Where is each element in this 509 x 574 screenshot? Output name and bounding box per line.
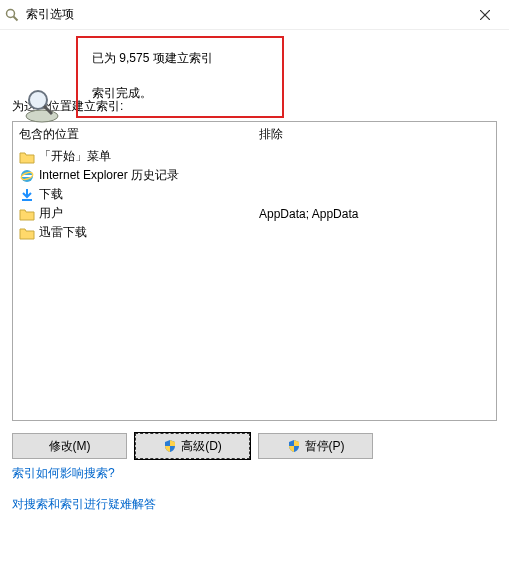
advanced-label: 高级(D) [181, 438, 222, 455]
list-item-exclude [253, 194, 496, 196]
folder-icon [19, 149, 35, 165]
list-item[interactable]: Internet Explorer 历史记录 [13, 166, 496, 185]
help-links: 索引如何影响搜索? 对搜索和索引进行疑难解答 [12, 465, 497, 527]
list-item[interactable]: 用户AppData; AppData [13, 204, 496, 223]
list-item-exclude: AppData; AppData [253, 206, 496, 222]
titlebar: 索引选项 [0, 0, 509, 30]
pause-button[interactable]: 暂停(P) [258, 433, 373, 459]
indexed-count-text: 已为 9,575 项建立索引 [92, 50, 268, 67]
link-troubleshoot-search[interactable]: 对搜索和索引进行疑难解答 [12, 496, 156, 513]
locations-list: 包含的位置 排除 「开始」菜单Internet Explorer 历史记录下载用… [12, 121, 497, 421]
status-area: 已为 9,575 项建立索引 索引完成。 [0, 30, 509, 54]
list-item-label: Internet Explorer 历史记录 [39, 167, 179, 184]
search-icon [4, 7, 20, 23]
list-item-label: 迅雷下载 [39, 224, 87, 241]
modify-label: 修改(M) [49, 438, 91, 455]
svg-point-0 [7, 9, 15, 17]
button-row: 修改(M) 高级(D) 暂停(P) [12, 433, 497, 459]
list-item-label: 下载 [39, 186, 63, 203]
download-icon [19, 187, 35, 203]
svg-line-1 [14, 16, 18, 20]
list-item-label: 「开始」菜单 [39, 148, 111, 165]
list-item[interactable]: 下载 [13, 185, 496, 204]
svg-point-4 [26, 110, 58, 122]
column-exclude: 排除 [253, 122, 496, 147]
advanced-button[interactable]: 高级(D) [135, 433, 250, 459]
ie-icon [19, 168, 35, 184]
list-item-label: 用户 [39, 205, 63, 222]
column-include: 包含的位置 [13, 122, 253, 147]
shield-icon [287, 439, 301, 453]
pause-label: 暂停(P) [305, 438, 345, 455]
list-item-exclude [253, 156, 496, 158]
svg-rect-9 [22, 199, 32, 201]
list-item[interactable]: 迅雷下载 [13, 223, 496, 242]
list-header: 包含的位置 排除 [13, 122, 496, 147]
magnifier-drive-icon [22, 84, 62, 124]
status-highlight-box: 已为 9,575 项建立索引 索引完成。 [76, 36, 284, 118]
index-complete-text: 索引完成。 [92, 85, 268, 102]
shield-icon [163, 439, 177, 453]
folder-icon [19, 225, 35, 241]
close-button[interactable] [465, 1, 505, 29]
folder-icon [19, 206, 35, 222]
window-title: 索引选项 [26, 6, 465, 23]
list-item[interactable]: 「开始」菜单 [13, 147, 496, 166]
link-how-index-affects-search[interactable]: 索引如何影响搜索? [12, 465, 115, 482]
list-item-exclude [253, 232, 496, 234]
list-item-exclude [253, 175, 496, 177]
modify-button[interactable]: 修改(M) [12, 433, 127, 459]
